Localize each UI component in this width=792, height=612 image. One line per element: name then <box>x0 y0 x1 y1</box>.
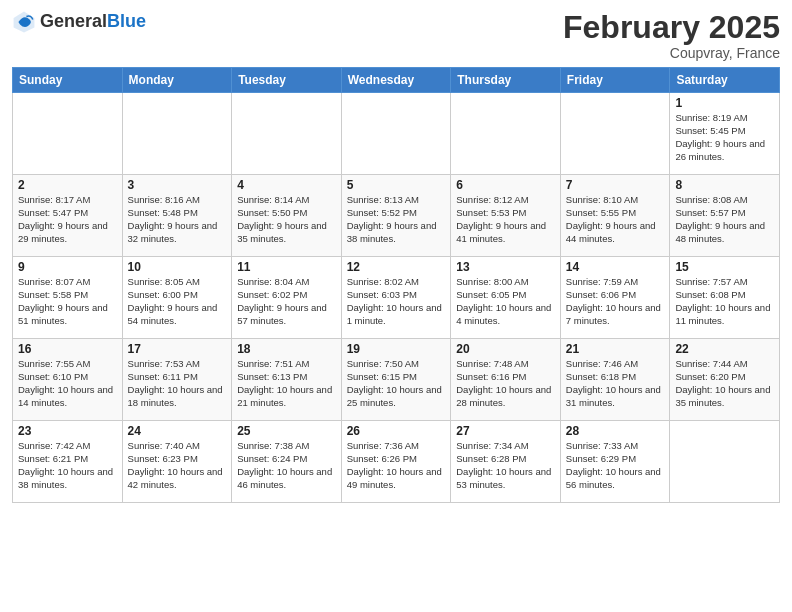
day-info: Sunrise: 7:36 AM Sunset: 6:26 PM Dayligh… <box>347 440 446 491</box>
day-number: 18 <box>237 342 336 356</box>
calendar-cell <box>13 93 123 175</box>
weekday-header-thursday: Thursday <box>451 68 561 93</box>
calendar-cell: 21Sunrise: 7:46 AM Sunset: 6:18 PM Dayli… <box>560 339 670 421</box>
week-row-3: 9Sunrise: 8:07 AM Sunset: 5:58 PM Daylig… <box>13 257 780 339</box>
day-info: Sunrise: 8:04 AM Sunset: 6:02 PM Dayligh… <box>237 276 336 327</box>
weekday-header-monday: Monday <box>122 68 232 93</box>
day-number: 4 <box>237 178 336 192</box>
weekday-header-tuesday: Tuesday <box>232 68 342 93</box>
day-info: Sunrise: 7:51 AM Sunset: 6:13 PM Dayligh… <box>237 358 336 409</box>
calendar-cell <box>451 93 561 175</box>
day-info: Sunrise: 8:02 AM Sunset: 6:03 PM Dayligh… <box>347 276 446 327</box>
day-number: 25 <box>237 424 336 438</box>
day-number: 23 <box>18 424 117 438</box>
calendar-cell: 23Sunrise: 7:42 AM Sunset: 6:21 PM Dayli… <box>13 421 123 503</box>
calendar-cell: 18Sunrise: 7:51 AM Sunset: 6:13 PM Dayli… <box>232 339 342 421</box>
calendar-cell <box>341 93 451 175</box>
calendar-cell: 28Sunrise: 7:33 AM Sunset: 6:29 PM Dayli… <box>560 421 670 503</box>
day-number: 10 <box>128 260 227 274</box>
logo-icon <box>12 10 36 34</box>
calendar-cell: 27Sunrise: 7:34 AM Sunset: 6:28 PM Dayli… <box>451 421 561 503</box>
calendar-cell <box>122 93 232 175</box>
week-row-2: 2Sunrise: 8:17 AM Sunset: 5:47 PM Daylig… <box>13 175 780 257</box>
calendar-cell: 17Sunrise: 7:53 AM Sunset: 6:11 PM Dayli… <box>122 339 232 421</box>
day-info: Sunrise: 7:38 AM Sunset: 6:24 PM Dayligh… <box>237 440 336 491</box>
calendar-cell: 22Sunrise: 7:44 AM Sunset: 6:20 PM Dayli… <box>670 339 780 421</box>
calendar-cell: 24Sunrise: 7:40 AM Sunset: 6:23 PM Dayli… <box>122 421 232 503</box>
day-info: Sunrise: 8:05 AM Sunset: 6:00 PM Dayligh… <box>128 276 227 327</box>
day-number: 15 <box>675 260 774 274</box>
calendar-cell: 19Sunrise: 7:50 AM Sunset: 6:15 PM Dayli… <box>341 339 451 421</box>
logo-general: General <box>40 11 107 31</box>
day-info: Sunrise: 7:53 AM Sunset: 6:11 PM Dayligh… <box>128 358 227 409</box>
day-number: 22 <box>675 342 774 356</box>
day-number: 13 <box>456 260 555 274</box>
day-number: 3 <box>128 178 227 192</box>
calendar-cell: 7Sunrise: 8:10 AM Sunset: 5:55 PM Daylig… <box>560 175 670 257</box>
day-number: 17 <box>128 342 227 356</box>
calendar-cell: 10Sunrise: 8:05 AM Sunset: 6:00 PM Dayli… <box>122 257 232 339</box>
location: Coupvray, France <box>563 45 780 61</box>
day-number: 12 <box>347 260 446 274</box>
calendar-cell <box>232 93 342 175</box>
day-number: 26 <box>347 424 446 438</box>
day-info: Sunrise: 7:42 AM Sunset: 6:21 PM Dayligh… <box>18 440 117 491</box>
day-number: 19 <box>347 342 446 356</box>
calendar-cell <box>560 93 670 175</box>
calendar-cell <box>670 421 780 503</box>
day-number: 14 <box>566 260 665 274</box>
week-row-1: 1Sunrise: 8:19 AM Sunset: 5:45 PM Daylig… <box>13 93 780 175</box>
calendar-cell: 11Sunrise: 8:04 AM Sunset: 6:02 PM Dayli… <box>232 257 342 339</box>
calendar-cell: 12Sunrise: 8:02 AM Sunset: 6:03 PM Dayli… <box>341 257 451 339</box>
week-row-5: 23Sunrise: 7:42 AM Sunset: 6:21 PM Dayli… <box>13 421 780 503</box>
calendar-cell: 8Sunrise: 8:08 AM Sunset: 5:57 PM Daylig… <box>670 175 780 257</box>
day-number: 20 <box>456 342 555 356</box>
calendar-cell: 5Sunrise: 8:13 AM Sunset: 5:52 PM Daylig… <box>341 175 451 257</box>
header: GeneralBlue February 2025 Coupvray, Fran… <box>12 10 780 61</box>
day-info: Sunrise: 8:19 AM Sunset: 5:45 PM Dayligh… <box>675 112 774 163</box>
calendar-cell: 1Sunrise: 8:19 AM Sunset: 5:45 PM Daylig… <box>670 93 780 175</box>
day-info: Sunrise: 7:57 AM Sunset: 6:08 PM Dayligh… <box>675 276 774 327</box>
logo-blue: Blue <box>107 11 146 31</box>
day-number: 1 <box>675 96 774 110</box>
calendar-cell: 25Sunrise: 7:38 AM Sunset: 6:24 PM Dayli… <box>232 421 342 503</box>
calendar-cell: 4Sunrise: 8:14 AM Sunset: 5:50 PM Daylig… <box>232 175 342 257</box>
day-info: Sunrise: 7:40 AM Sunset: 6:23 PM Dayligh… <box>128 440 227 491</box>
calendar-cell: 26Sunrise: 7:36 AM Sunset: 6:26 PM Dayli… <box>341 421 451 503</box>
calendar-cell: 15Sunrise: 7:57 AM Sunset: 6:08 PM Dayli… <box>670 257 780 339</box>
day-info: Sunrise: 8:00 AM Sunset: 6:05 PM Dayligh… <box>456 276 555 327</box>
weekday-header-sunday: Sunday <box>13 68 123 93</box>
day-info: Sunrise: 8:08 AM Sunset: 5:57 PM Dayligh… <box>675 194 774 245</box>
day-info: Sunrise: 8:14 AM Sunset: 5:50 PM Dayligh… <box>237 194 336 245</box>
day-info: Sunrise: 8:10 AM Sunset: 5:55 PM Dayligh… <box>566 194 665 245</box>
month-title: February 2025 <box>563 10 780 45</box>
weekday-header-friday: Friday <box>560 68 670 93</box>
calendar-cell: 14Sunrise: 7:59 AM Sunset: 6:06 PM Dayli… <box>560 257 670 339</box>
day-number: 5 <box>347 178 446 192</box>
day-number: 8 <box>675 178 774 192</box>
day-info: Sunrise: 7:46 AM Sunset: 6:18 PM Dayligh… <box>566 358 665 409</box>
calendar-cell: 9Sunrise: 8:07 AM Sunset: 5:58 PM Daylig… <box>13 257 123 339</box>
day-number: 9 <box>18 260 117 274</box>
day-info: Sunrise: 7:59 AM Sunset: 6:06 PM Dayligh… <box>566 276 665 327</box>
day-number: 21 <box>566 342 665 356</box>
day-info: Sunrise: 7:34 AM Sunset: 6:28 PM Dayligh… <box>456 440 555 491</box>
week-row-4: 16Sunrise: 7:55 AM Sunset: 6:10 PM Dayli… <box>13 339 780 421</box>
day-number: 24 <box>128 424 227 438</box>
day-info: Sunrise: 7:50 AM Sunset: 6:15 PM Dayligh… <box>347 358 446 409</box>
day-info: Sunrise: 8:17 AM Sunset: 5:47 PM Dayligh… <box>18 194 117 245</box>
day-number: 11 <box>237 260 336 274</box>
day-info: Sunrise: 8:07 AM Sunset: 5:58 PM Dayligh… <box>18 276 117 327</box>
day-number: 16 <box>18 342 117 356</box>
calendar-cell: 6Sunrise: 8:12 AM Sunset: 5:53 PM Daylig… <box>451 175 561 257</box>
title-block: February 2025 Coupvray, France <box>563 10 780 61</box>
logo-text: GeneralBlue <box>40 12 146 32</box>
calendar-cell: 13Sunrise: 8:00 AM Sunset: 6:05 PM Dayli… <box>451 257 561 339</box>
calendar-cell: 2Sunrise: 8:17 AM Sunset: 5:47 PM Daylig… <box>13 175 123 257</box>
day-number: 27 <box>456 424 555 438</box>
weekday-header-wednesday: Wednesday <box>341 68 451 93</box>
day-number: 6 <box>456 178 555 192</box>
day-info: Sunrise: 7:44 AM Sunset: 6:20 PM Dayligh… <box>675 358 774 409</box>
day-info: Sunrise: 7:55 AM Sunset: 6:10 PM Dayligh… <box>18 358 117 409</box>
day-number: 7 <box>566 178 665 192</box>
